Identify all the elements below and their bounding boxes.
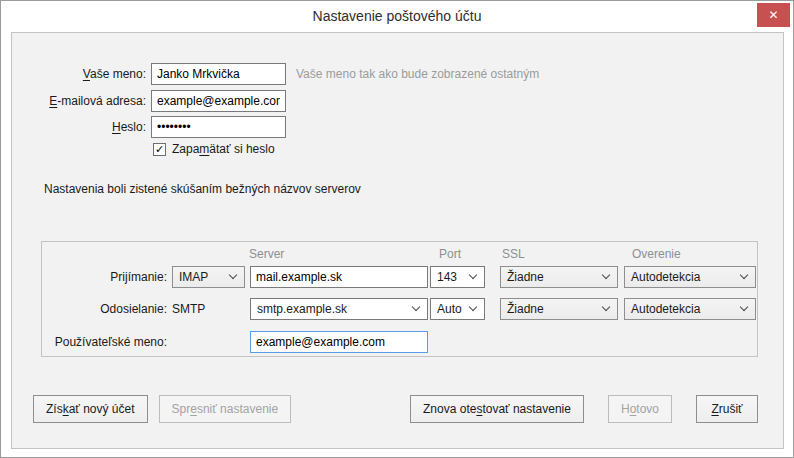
incoming-protocol-dropdown[interactable]: IMAP <box>172 266 245 288</box>
name-row: Vaše meno: Vaše meno tak ako bude zobraz… <box>12 63 783 85</box>
password-input[interactable] <box>151 116 286 138</box>
incoming-ssl-dropdown[interactable]: Žiadne <box>500 266 618 288</box>
password-row: Heslo: <box>12 116 783 138</box>
incoming-auth-dropdown[interactable]: Autodetekcia <box>624 266 756 288</box>
name-label: Vaše meno: <box>12 67 146 81</box>
chevron-down-icon <box>602 271 610 279</box>
chevron-down-icon <box>469 271 477 279</box>
mail-account-setup-dialog: Nastavenie poštového účtu ✕ Vaše meno: V… <box>0 0 794 458</box>
incoming-server-input[interactable] <box>250 266 428 288</box>
column-header-auth: Overenie <box>632 247 681 261</box>
close-button[interactable]: ✕ <box>757 3 790 27</box>
password-label: Heslo: <box>12 120 146 134</box>
username-row: Používateľské meno: <box>42 331 757 353</box>
status-message: Nastavenia boli zistené skúšaním bežných… <box>44 182 361 196</box>
get-new-account-button[interactable]: Získať nový účet <box>33 395 148 423</box>
chevron-down-icon <box>740 303 748 311</box>
server-settings-groupbox: Server Port SSL Overenie Prijímanie: IMA… <box>41 241 758 357</box>
username-label: Používateľské meno: <box>42 335 167 349</box>
username-input[interactable] <box>250 331 428 353</box>
remember-password-checkbox[interactable]: ✓ <box>153 143 166 156</box>
name-hint: Vaše meno tak ako bude zobrazené ostatný… <box>296 67 539 81</box>
titlebar: Nastavenie poštového účtu ✕ <box>1 1 793 32</box>
column-header-ssl: SSL <box>502 247 525 261</box>
retest-button[interactable]: Znova otestovať nastavenie <box>410 395 584 423</box>
advanced-config-button[interactable]: Spresniť nastavenie <box>159 395 292 423</box>
email-input[interactable] <box>151 90 286 112</box>
dialog-content-panel: Vaše meno: Vaše meno tak ako bude zobraz… <box>11 32 784 449</box>
close-icon: ✕ <box>768 8 778 22</box>
incoming-label: Prijímanie: <box>42 270 167 284</box>
button-row: Získať nový účet Spresniť nastavenie Zno… <box>33 395 758 423</box>
incoming-port-combo[interactable]: 143 <box>430 266 485 288</box>
remember-password-row: ✓ Zapamätať si heslo <box>153 141 275 157</box>
chevron-down-icon <box>229 271 237 279</box>
dialog-title: Nastavenie poštového účtu <box>1 8 793 24</box>
column-header-port: Port <box>439 247 461 261</box>
right-button-group: Znova otestovať nastavenie Hotovo Zrušiť <box>410 395 758 423</box>
email-label: E-mailová adresa: <box>12 94 146 108</box>
name-input[interactable] <box>151 63 286 85</box>
remember-password-label: Zapamätať si heslo <box>172 142 275 156</box>
outgoing-protocol-label: SMTP <box>172 302 205 316</box>
column-header-server: Server <box>249 247 284 261</box>
outgoing-label: Odosielanie: <box>42 302 167 316</box>
email-row: E-mailová adresa: <box>12 90 783 112</box>
outgoing-auth-dropdown[interactable]: Autodetekcia <box>624 298 756 320</box>
chevron-down-icon <box>740 271 748 279</box>
checkmark-icon: ✓ <box>155 144 164 155</box>
incoming-row: Prijímanie: IMAP 143 <box>42 266 757 288</box>
chevron-down-icon <box>469 303 477 311</box>
done-button[interactable]: Hotovo <box>608 395 672 423</box>
outgoing-server-combo[interactable]: smtp.example.sk <box>250 298 428 320</box>
outgoing-port-combo[interactable]: Auto <box>430 298 485 320</box>
outgoing-ssl-dropdown[interactable]: Žiadne <box>500 298 618 320</box>
chevron-down-icon <box>602 303 610 311</box>
cancel-button[interactable]: Zrušiť <box>696 395 758 423</box>
outgoing-row: Odosielanie: SMTP smtp.example.sk Auto <box>42 298 757 320</box>
left-button-group: Získať nový účet Spresniť nastavenie <box>33 395 291 423</box>
chevron-down-icon <box>412 303 420 311</box>
